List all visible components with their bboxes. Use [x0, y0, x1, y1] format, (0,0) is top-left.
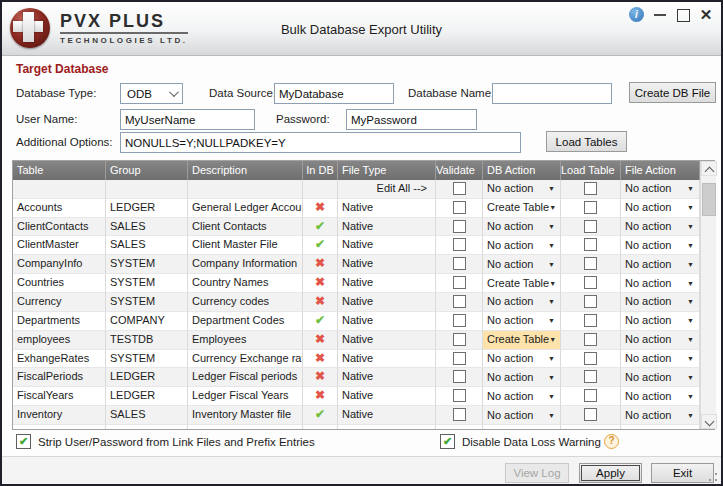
validate-checkbox[interactable] [453, 257, 466, 270]
column-header-file-type[interactable]: File Type [338, 161, 436, 180]
file-action-dropdown[interactable]: No action▼ [621, 236, 700, 255]
load-table-checkbox[interactable] [584, 314, 597, 327]
table-row[interactable]: ClientMasterSALESClient Master File✔Nati… [13, 236, 700, 255]
pvx-plus-logo: PVX PLUS TECHNOLOGIES LTD. [10, 8, 188, 48]
scrollbar-thumb[interactable] [702, 183, 716, 216]
file-action-dropdown[interactable]: No action▼ [621, 331, 700, 350]
table-row[interactable]: ExhangeRatesSYSTEMCurrency Exchange rate… [13, 350, 700, 369]
column-header-table[interactable]: Table [13, 161, 106, 180]
file-action-dropdown[interactable]: No action▼ [621, 406, 700, 425]
edit-all-validate-checkbox-cell [436, 180, 483, 199]
db-action-dropdown[interactable]: No action▼ [483, 312, 561, 331]
edit-all-validate-checkbox[interactable] [453, 182, 466, 195]
data-source-input[interactable] [274, 83, 394, 104]
db-action-dropdown[interactable]: No action▼ [483, 350, 561, 369]
db-action-dropdown[interactable]: No action▼ [483, 218, 561, 237]
db-action-dropdown[interactable]: Create Table▼ [483, 274, 561, 293]
load-table-checkbox[interactable] [584, 408, 597, 421]
table-row[interactable]: CurrencySYSTEMCurrency codes✖NativeNo ac… [13, 293, 700, 312]
db-action-dropdown[interactable]: No action▼ [483, 255, 561, 274]
validate-checkbox[interactable] [453, 276, 466, 289]
load-table-checkbox[interactable] [584, 333, 597, 346]
validate-checkbox[interactable] [453, 370, 466, 383]
edit-all-load-table-checkbox[interactable] [584, 182, 597, 195]
validate-checkbox[interactable] [453, 201, 466, 214]
validate-checkbox[interactable] [453, 333, 466, 346]
column-header-db-action[interactable]: DB Action [483, 161, 561, 180]
file-action-dropdown[interactable]: No action▼ [621, 218, 700, 237]
file-action-dropdown[interactable]: No action▼ [621, 293, 700, 312]
load-table-checkbox[interactable] [584, 201, 597, 214]
file-action-dropdown[interactable]: No action▼ [621, 274, 700, 293]
load-table-checkbox[interactable] [584, 370, 597, 383]
edit-all-file-action-dropdown[interactable]: No action▼ [621, 180, 700, 199]
table-row[interactable]: CompanyInfoSYSTEMCompany Information✖Nat… [13, 255, 700, 274]
info-icon[interactable]: i [629, 7, 644, 22]
load-table-checkbox[interactable] [584, 352, 597, 365]
validate-checkbox[interactable] [453, 220, 466, 233]
db-action-dropdown[interactable]: No action▼ [483, 293, 561, 312]
cell-table: ExhangeRates [13, 350, 106, 369]
database-name-input[interactable] [492, 83, 612, 104]
vertical-scrollbar[interactable] [700, 161, 716, 429]
database-type-select[interactable]: ODB [120, 83, 183, 104]
table-row[interactable]: FiscalPeriodsLEDGERLedger Fiscal periods… [13, 368, 700, 387]
validate-checkbox[interactable] [453, 238, 466, 251]
scrollbar-track[interactable] [701, 176, 717, 414]
load-table-checkbox[interactable] [584, 295, 597, 308]
scroll-up-icon[interactable] [701, 161, 717, 176]
resize-grip[interactable] [708, 472, 718, 482]
minimize-icon[interactable] [653, 8, 667, 22]
maximize-icon[interactable] [676, 8, 690, 22]
strip-user-password-checkbox[interactable]: ✔ [16, 434, 31, 449]
help-icon[interactable]: ? [604, 434, 619, 449]
db-action-dropdown[interactable]: Create Table▼ [483, 199, 561, 218]
user-name-input[interactable] [120, 109, 255, 130]
validate-checkbox[interactable] [453, 314, 466, 327]
file-action-dropdown[interactable]: No action▼ [621, 199, 700, 218]
column-header-load-table[interactable]: Load Table [561, 161, 621, 180]
file-action-dropdown[interactable]: No action▼ [621, 255, 700, 274]
column-header-description[interactable]: Description [188, 161, 303, 180]
column-header-in-db[interactable]: In DB [303, 161, 338, 180]
disable-data-loss-checkbox[interactable]: ✔ [440, 434, 455, 449]
close-icon[interactable]: ✕ [699, 8, 713, 22]
table-row[interactable]: CountriesSYSTEMCountry Names✖NativeCreat… [13, 274, 700, 293]
exit-button[interactable]: Exit [651, 463, 714, 483]
validate-checkbox[interactable] [453, 389, 466, 402]
load-table-checkbox-cell [561, 406, 621, 425]
db-action-dropdown[interactable]: Create Table▼ [483, 331, 561, 350]
table-row[interactable]: DepartmentsCOMPANYDepartment Codes✔Nativ… [13, 312, 700, 331]
validate-checkbox[interactable] [453, 295, 466, 308]
additional-options-input[interactable] [120, 132, 521, 153]
table-row[interactable]: employeesTESTDBEmployees✖NativeCreate Ta… [13, 331, 700, 350]
table-row[interactable]: ClientContactsSALESClient Contacts✔Nativ… [13, 218, 700, 237]
db-action-dropdown[interactable]: No action▼ [483, 368, 561, 387]
column-header-group[interactable]: Group [106, 161, 188, 180]
db-action-dropdown[interactable]: No action▼ [483, 387, 561, 406]
password-input[interactable] [346, 109, 477, 130]
apply-button[interactable]: Apply [579, 463, 642, 483]
load-table-checkbox[interactable] [584, 238, 597, 251]
table-row[interactable]: AccountsLEDGERGeneral Ledger Accounts✖Na… [13, 199, 700, 218]
db-action-dropdown[interactable]: No action▼ [483, 406, 561, 425]
column-header-validate[interactable]: Validate [436, 161, 483, 180]
load-table-checkbox[interactable] [584, 257, 597, 270]
table-row[interactable]: InventorySALESInventory Master file✔Nati… [13, 406, 700, 425]
load-table-checkbox[interactable] [584, 220, 597, 233]
load-tables-button[interactable]: Load Tables [546, 131, 627, 152]
load-table-checkbox[interactable] [584, 389, 597, 402]
file-action-dropdown[interactable]: No action▼ [621, 368, 700, 387]
file-action-dropdown[interactable]: No action▼ [621, 350, 700, 369]
file-action-dropdown[interactable]: No action▼ [621, 312, 700, 331]
validate-checkbox[interactable] [453, 352, 466, 365]
create-db-file-button[interactable]: Create DB File [629, 82, 716, 103]
edit-all-db-action-dropdown[interactable]: No action▼ [483, 180, 561, 199]
db-action-dropdown[interactable]: No action▼ [483, 236, 561, 255]
validate-checkbox[interactable] [453, 408, 466, 421]
file-action-dropdown[interactable]: No action▼ [621, 387, 700, 406]
scroll-down-icon[interactable] [701, 414, 717, 429]
column-header-file-action[interactable]: File Action [621, 161, 700, 180]
table-row[interactable]: FiscalYearsLEDGERLedger Fiscal Years✖Nat… [13, 387, 700, 406]
load-table-checkbox[interactable] [584, 276, 597, 289]
